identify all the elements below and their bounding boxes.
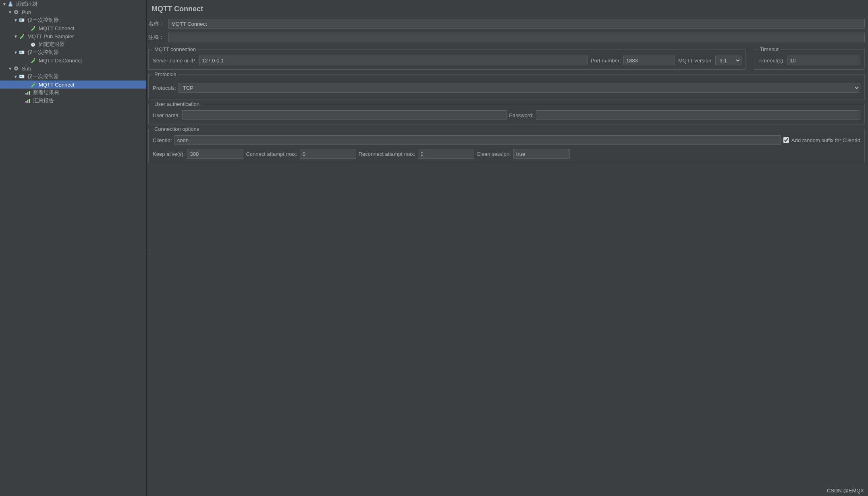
chevron-down-icon[interactable]	[2, 2, 7, 6]
tree-label: MQTT DisConnect	[38, 57, 83, 64]
sampler-icon	[30, 81, 36, 88]
tree-item-sub[interactable]: Sub	[0, 64, 146, 72]
controller-icon	[19, 17, 25, 23]
main-panel: MQTT Connect 名称： 注释： MQTT connection Ser…	[147, 0, 868, 496]
sampler-icon	[30, 25, 36, 31]
tree-item-testplan[interactable]: 测试计划	[0, 0, 146, 8]
timer-icon	[30, 41, 36, 48]
comment-input[interactable]	[168, 33, 865, 42]
tree-label: Sub	[21, 65, 32, 72]
protocols-label: Protocols:	[153, 85, 176, 91]
version-select[interactable]: 3.1	[715, 56, 741, 65]
reconnect-attempt-label: Reconnect attampt max:	[359, 151, 415, 157]
tree-label: 测试计划	[15, 0, 38, 8]
tree-label: 汇总报告	[32, 97, 55, 105]
tree-label: 固定定时器	[38, 40, 66, 48]
chart-icon	[24, 97, 31, 104]
comment-label: 注释：	[148, 34, 166, 41]
tree-item-summary[interactable]: 汇总报告	[0, 97, 146, 105]
tree-item-once-controller[interactable]: 仅一次控制器	[0, 48, 146, 56]
tree-item-mqtt-connect-selected[interactable]: MQTT Connect	[0, 81, 146, 89]
password-input[interactable]	[536, 110, 860, 120]
username-input[interactable]	[182, 110, 507, 120]
svg-rect-14	[34, 83, 35, 83]
splitter-handle[interactable]: ⋮⋮	[147, 248, 152, 254]
auth-group: User authentication User name: Password:	[148, 101, 865, 124]
tree-label: 仅一次控制器	[27, 48, 60, 56]
svg-rect-20	[29, 99, 30, 103]
random-suffix-label: Add random suffix for ClientId	[791, 137, 860, 143]
mqtt-connection-group: MQTT connection Server name or IP: Port …	[148, 46, 746, 70]
port-label: Port number:	[591, 58, 621, 64]
tree-item-pub-sampler[interactable]: MQTT Pub Sampler	[0, 32, 146, 40]
chevron-down-icon[interactable]	[13, 50, 19, 55]
tree-item-once-controller[interactable]: 仅一次控制器	[0, 72, 146, 81]
tree-item-view-results[interactable]: 察看结果树	[0, 89, 146, 97]
random-suffix-input[interactable]	[783, 137, 789, 143]
chevron-down-icon[interactable]	[13, 74, 19, 79]
name-input[interactable]	[168, 19, 865, 29]
protocols-select[interactable]: TCP	[179, 83, 860, 93]
chevron-down-icon[interactable]	[7, 66, 13, 71]
svg-rect-4	[34, 26, 35, 27]
timeout-legend: Timeout	[758, 46, 780, 52]
sampler-icon	[30, 57, 36, 64]
tree-panel: 测试计划 Pub 仅一次控制器 MQTT Connect MQTT Pub Sa…	[0, 0, 147, 496]
controller-icon	[19, 73, 25, 80]
keepalive-label: Keep alive(s):	[153, 151, 185, 157]
tree-item-timer[interactable]: 固定定时器	[0, 40, 146, 48]
connection-options-group: Connection options ClientId: Add random …	[148, 126, 865, 163]
connect-attempt-label: Connect attampt max:	[246, 151, 297, 157]
sampler-icon	[19, 33, 25, 39]
page-title: MQTT Connect	[150, 0, 868, 17]
svg-point-1	[15, 11, 17, 13]
tree-label: 察看结果树	[32, 89, 60, 97]
watermark: CSDN @EMQX	[827, 488, 864, 494]
connect-attempt-input[interactable]	[300, 149, 356, 159]
gear-icon	[13, 65, 19, 72]
svg-rect-9	[34, 58, 35, 59]
protocols-group: Protocols Protocols: TCP	[148, 71, 865, 99]
svg-rect-19	[27, 100, 28, 103]
chevron-down-icon[interactable]	[13, 34, 19, 39]
clean-session-input[interactable]	[513, 149, 570, 159]
chevron-down-icon[interactable]	[13, 18, 19, 23]
auth-legend: User authentication	[153, 101, 201, 107]
password-label: Password:	[509, 112, 534, 118]
timeout-group: Timeout Timeout(s):	[754, 46, 865, 70]
tree-label: 仅一次控制器	[27, 16, 60, 24]
svg-rect-15	[25, 93, 27, 95]
keepalive-input[interactable]	[187, 149, 243, 159]
svg-rect-18	[25, 101, 27, 103]
svg-rect-16	[27, 92, 28, 95]
flask-icon	[7, 1, 14, 7]
clientid-label: ClientId:	[153, 137, 172, 143]
chevron-down-icon[interactable]	[7, 10, 13, 14]
chart-icon	[24, 89, 31, 96]
gear-icon	[13, 9, 19, 15]
timeout-label: Timeout(s):	[758, 58, 785, 64]
connection-options-legend: Connection options	[153, 126, 201, 132]
random-suffix-checkbox[interactable]: Add random suffix for ClientId	[783, 137, 860, 143]
tree-item-pub[interactable]: Pub	[0, 8, 146, 16]
server-input[interactable]	[199, 56, 588, 65]
svg-rect-5	[23, 34, 24, 35]
clientid-input[interactable]	[174, 135, 781, 145]
protocols-legend: Protocols	[153, 71, 178, 77]
tree-item-mqtt-connect[interactable]: MQTT Connect	[0, 24, 146, 32]
username-label: User name:	[153, 112, 180, 118]
server-label: Server name or IP:	[153, 58, 197, 64]
clean-session-label: Clean session:	[477, 151, 511, 157]
version-label: MQTT version:	[678, 58, 713, 64]
tree-label: Pub	[21, 9, 32, 16]
reconnect-attempt-input[interactable]	[418, 149, 474, 159]
port-input[interactable]	[623, 56, 675, 65]
tree-item-disconnect[interactable]: MQTT DisConnect	[0, 56, 146, 64]
controller-icon	[19, 49, 25, 56]
svg-rect-8	[20, 52, 22, 53]
timeout-input[interactable]	[787, 56, 860, 65]
tree-label: MQTT Pub Sampler	[27, 33, 75, 40]
svg-point-11	[15, 68, 17, 69]
tree-label: 仅一次控制器	[27, 72, 60, 81]
tree-item-once-controller[interactable]: 仅一次控制器	[0, 16, 146, 24]
